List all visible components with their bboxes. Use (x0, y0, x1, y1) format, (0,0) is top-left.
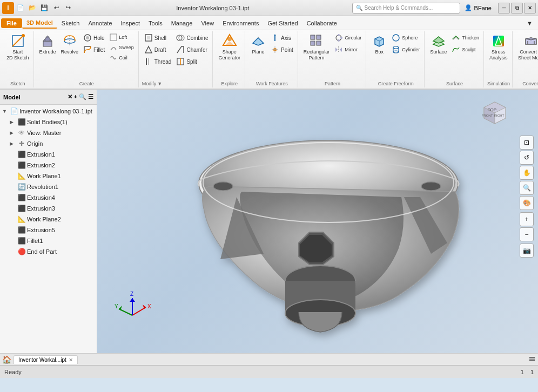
expand-icon[interactable]: ▶ (10, 119, 16, 125)
convert-sheet-metal-btn[interactable]: Convert toSheet Metal (516, 32, 538, 62)
close-btn[interactable]: ✕ (524, 3, 536, 13)
thread-btn[interactable]: Thread (142, 56, 174, 67)
stress-analysis-btn[interactable]: StressAnalysis (487, 32, 510, 62)
draft-btn[interactable]: Draft (142, 44, 174, 55)
menu-environments[interactable]: Environments (218, 18, 263, 28)
chamfer-btn[interactable]: Chamfer (174, 44, 210, 55)
tree-item-fill1[interactable]: ⬛ Fillet1 (0, 235, 97, 246)
menu-inspect[interactable]: Inspect (117, 18, 144, 28)
tree-item-view[interactable]: ▶ 👁 View: Master (0, 127, 97, 138)
document-tab[interactable]: Inventor Workal...ipt ✕ (14, 355, 78, 364)
tree-node-icon: 👁 (17, 129, 26, 137)
expand-icon[interactable]: ▶ (10, 130, 16, 136)
tree-item-wp2[interactable]: 📐 Work Plane2 (0, 214, 97, 225)
tree-item-label: View: Master (27, 130, 61, 136)
home-icon[interactable]: 🏠 (2, 355, 11, 364)
open-btn[interactable]: 📂 (27, 3, 38, 13)
shape-gen-icon (222, 33, 237, 49)
menu-annotate[interactable]: Annotate (84, 18, 117, 28)
loft-btn[interactable]: Loft (107, 32, 136, 42)
point-btn[interactable]: Point (268, 44, 295, 55)
tree-item-ext1[interactable]: ⬛ Extrusion1 (0, 149, 97, 160)
sculpt-btn[interactable]: Sculpt (449, 44, 481, 55)
restore-btn[interactable]: ⧉ (511, 3, 523, 13)
menu-sketch[interactable]: Sketch (57, 18, 84, 28)
minimize-btn[interactable]: ─ (498, 3, 510, 13)
combine-btn[interactable]: Combine (174, 32, 210, 43)
expand-icon[interactable]: ▼ (2, 109, 9, 114)
viewport[interactable]: TOP FRONT RIGHT (97, 90, 538, 353)
zoom-out-btn[interactable]: − (520, 227, 534, 241)
shell-btn[interactable]: Shell (142, 32, 174, 43)
zoom-btn[interactable]: 🔍 (520, 181, 534, 195)
menu-manage[interactable]: Manage (167, 18, 197, 28)
appearance-btn[interactable]: 🎨 (520, 196, 534, 210)
tree-item-eop[interactable]: 🔴 End of Part (0, 246, 97, 257)
menu-3dmodel[interactable]: 3D Model (22, 18, 57, 29)
menu-getstarted[interactable]: Get Started (263, 18, 302, 28)
sphere-freeform-btn[interactable]: Sphere (389, 32, 422, 43)
tree-item-origin[interactable]: ▶ ✚ Origin (0, 138, 97, 149)
menu-tools[interactable]: Tools (144, 18, 167, 28)
modify-btns: Shell Draft Thread (142, 32, 174, 67)
redo-btn[interactable]: ↪ (63, 3, 73, 13)
tree-item-ext2[interactable]: ⬛ Extrusion2 (0, 160, 97, 171)
axis-btn[interactable]: Axis (268, 32, 295, 43)
pan-btn[interactable]: ✋ (520, 166, 534, 180)
thicken-btn[interactable]: Thicken (449, 32, 481, 43)
sweep-btn[interactable]: Sweep (107, 43, 136, 52)
tree-item-rev1[interactable]: 🔄 Revolution1 (0, 181, 97, 192)
zoom-in-btn[interactable]: + (520, 212, 534, 226)
hole-btn[interactable]: Hole (81, 32, 107, 43)
circular-pattern-btn[interactable]: Circular (332, 32, 364, 43)
tree-item-ext3[interactable]: ⬛ Extrusion3 (0, 203, 97, 214)
panel-add-btn[interactable]: + (74, 93, 77, 100)
tab-options-btn[interactable] (528, 355, 536, 364)
expand-icon[interactable]: ▶ (10, 141, 16, 146)
panel-search-btn[interactable]: 🔍 (79, 93, 86, 100)
ribbon-group-create: Extrude Revolve Hole Fillet (35, 31, 139, 87)
svg-rect-33 (317, 41, 321, 45)
sheet-metal-label: Convert toSheet Metal (518, 49, 538, 61)
split-btn[interactable]: Split (174, 56, 210, 67)
shape-generator-btn[interactable]: ShapeGenerator (216, 32, 243, 62)
save-btn[interactable]: 💾 (39, 3, 50, 13)
menu-collaborate[interactable]: Collaborate (302, 18, 341, 28)
menu-extra-btn[interactable]: ▼ (522, 18, 537, 28)
new-btn[interactable]: 📄 (15, 3, 26, 13)
surface-btn[interactable]: Surface (428, 32, 449, 56)
tree-item-label: Fillet1 (27, 238, 43, 244)
search-bar[interactable]: 🔍 Search Help & Commands... (352, 3, 460, 13)
tab-close-btn[interactable]: ✕ (69, 357, 73, 363)
svg-rect-10 (110, 34, 117, 40)
status-r1: 1 (521, 369, 524, 375)
rotate-btn[interactable]: ↺ (520, 151, 534, 165)
extrude-btn[interactable]: Extrude (37, 32, 58, 56)
tree-item-root[interactable]: ▼ 📄 Inventor Workalong 03-1.ipt (0, 106, 97, 117)
plane-icon (251, 33, 266, 49)
undo-btn[interactable]: ↩ (51, 3, 62, 13)
tree-item-wp1[interactable]: 📐 Work Plane1 (0, 171, 97, 181)
coil-btn[interactable]: Coil (107, 53, 136, 63)
menu-file[interactable]: File (1, 18, 22, 28)
box-btn[interactable]: Box (369, 32, 389, 56)
create-more-btns: Loft Sweep Coil (107, 32, 136, 63)
menu-view[interactable]: View (197, 18, 218, 28)
panel-close-btn[interactable]: ✕ (68, 93, 72, 100)
revolve-btn[interactable]: Revolve (59, 32, 81, 56)
panel-menu-btn[interactable]: ☰ (88, 93, 93, 100)
start-2d-sketch-btn[interactable]: Start2D Sketch (4, 32, 31, 62)
fillet-btn[interactable]: Fillet (81, 44, 107, 55)
plane-btn[interactable]: Plane (248, 32, 268, 56)
tree-item-solid[interactable]: ▶ ⬛ Solid Bodies(1) (0, 117, 97, 127)
mirror-btn[interactable]: Mirror (332, 44, 364, 55)
explore-items: ShapeGenerator (216, 32, 243, 80)
tree-item-ext5[interactable]: ⬛ Extrusion5 (0, 225, 97, 235)
fit-all-btn[interactable]: ⊡ (520, 136, 534, 150)
sketch-icon (10, 33, 25, 49)
tree-item-ext4[interactable]: ⬛ Extrusion4 (0, 192, 97, 203)
tab-label: Inventor Workal...ipt (18, 357, 66, 363)
cylinder-freeform-btn[interactable]: Cylinder (389, 44, 422, 55)
rectangular-pattern-btn[interactable]: RectangularPattern (301, 32, 332, 62)
camera-btn[interactable]: 📷 (520, 244, 534, 258)
